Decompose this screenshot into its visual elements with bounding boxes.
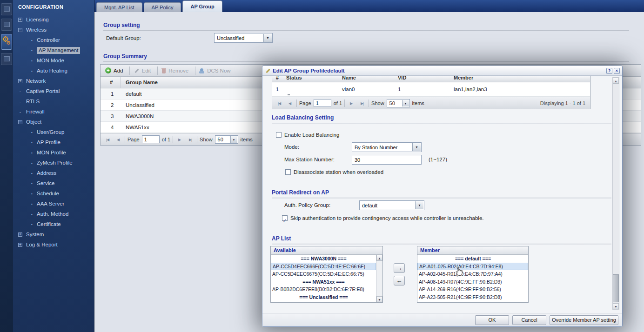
sidebar-item-service[interactable]: Service xyxy=(13,178,94,188)
sidebar-item-network[interactable]: Network xyxy=(13,76,94,86)
sidebar-item-user-group[interactable]: User/Group xyxy=(13,127,94,137)
remove-button[interactable]: Remove xyxy=(160,66,193,76)
dashboard-icon[interactable] xyxy=(1,3,12,15)
ap-list-item[interactable]: AP-CC5D4EEC666F(CC:5D:4E:EC:66:6F) xyxy=(271,263,376,271)
sidebar-item-system[interactable]: System xyxy=(13,229,94,239)
items-label: items xyxy=(412,100,424,106)
tab-ap-policy[interactable]: AP Policy xyxy=(144,2,181,12)
chevron-down-icon[interactable] xyxy=(415,201,423,209)
last-page-icon[interactable] xyxy=(186,135,195,143)
scroll-down-icon[interactable] xyxy=(613,303,619,309)
cancel-button[interactable]: Cancel xyxy=(512,315,546,325)
expand-icon[interactable] xyxy=(18,232,22,237)
collapse-icon[interactable] xyxy=(18,120,22,124)
sidebar-item-zymesh-profile[interactable]: ZyMesh Profile xyxy=(13,158,94,168)
default-group-value: Unclassified xyxy=(217,35,244,41)
first-page-icon[interactable] xyxy=(103,135,112,143)
chevron-down-icon[interactable] xyxy=(402,100,409,106)
sidebar-item-ap-profile[interactable]: AP Profile xyxy=(13,137,94,147)
move-left-button[interactable] xyxy=(394,276,405,286)
add-button[interactable]: Add xyxy=(103,66,127,76)
scrollbar[interactable] xyxy=(376,255,382,302)
ap-list-item[interactable]: AP-B0B2DC6E7EE8(B0:B2:DC:6E:7E:E8) xyxy=(271,286,376,293)
sidebar-item-mon-profile[interactable]: MON Profile xyxy=(13,147,94,158)
ap-list-item[interactable]: AP-CC5D4EEC6675(CC:5D:4E:EC:66:75) xyxy=(271,270,376,278)
auth-policy-group-select[interactable]: default xyxy=(359,200,424,210)
page-size-select[interactable]: 50 xyxy=(215,135,238,144)
column-vid[interactable]: VID xyxy=(398,76,450,80)
mode-select[interactable]: By Station Number xyxy=(352,142,422,152)
next-page-icon[interactable] xyxy=(347,99,356,107)
sidebar-item-certificate[interactable]: Certificate xyxy=(13,219,94,229)
default-group-label: Default Group: xyxy=(106,35,141,41)
dcs-now-button[interactable]: DCS Now xyxy=(197,66,235,76)
collapse-icon[interactable] xyxy=(18,28,22,32)
column-number[interactable]: # xyxy=(272,76,282,80)
sidebar-item-firewall[interactable]: Firewall xyxy=(13,106,94,117)
dialog-title-bar[interactable]: Edit AP Group Profiledefault ? × xyxy=(262,66,622,76)
ap-list-item[interactable]: AP-A02-045-R01(A0:E4:CB:7D:97:A4) xyxy=(417,270,528,278)
skip-authentication-checkbox[interactable] xyxy=(282,215,288,221)
enable-load-balancing-checkbox[interactable] xyxy=(276,132,282,138)
override-member-ap-setting-button[interactable]: Override Member AP setting xyxy=(550,315,618,325)
sidebar-item-wireless[interactable]: Wireless xyxy=(13,25,94,35)
tab-mgnt-ap-list[interactable]: Mgnt. AP List xyxy=(96,2,142,12)
last-page-icon[interactable] xyxy=(358,99,366,107)
page-input[interactable] xyxy=(142,135,160,143)
scroll-up-icon[interactable] xyxy=(613,78,619,84)
max-station-input[interactable] xyxy=(352,155,422,165)
expand-icon[interactable] xyxy=(18,243,22,247)
chevron-down-icon[interactable] xyxy=(230,136,237,143)
maintenance-icon[interactable] xyxy=(1,53,12,65)
chevron-down-icon[interactable] xyxy=(263,34,272,42)
column-name[interactable]: Name xyxy=(342,76,394,80)
vlan-table-row[interactable]: 1 vlan0 1 lan1,lan2,lan3 xyxy=(272,82,590,97)
ap-list-item[interactable]: AP-A08-149-R07(4C:9E:FF:90:B2:D3) xyxy=(417,278,528,286)
ap-list-item[interactable]: AP-A23-505-R21(4C:9E:FF:90:B2:D8) xyxy=(417,293,528,301)
close-icon[interactable]: × xyxy=(614,68,620,74)
scroll-up-icon[interactable] xyxy=(376,255,382,261)
chevron-down-icon[interactable] xyxy=(412,143,421,151)
ap-list-item[interactable]: AP-A01-025-R02(A0:E4:CB:7D:94:E8) xyxy=(417,263,528,271)
sidebar-item-auto-healing[interactable]: Auto Healing xyxy=(13,66,94,76)
monitor-icon[interactable] xyxy=(1,19,12,31)
sidebar-item-log-report[interactable]: Log & Report xyxy=(13,239,94,250)
page-input[interactable] xyxy=(314,99,331,107)
first-page-icon[interactable] xyxy=(275,99,283,107)
sidebar-item-captive-portal[interactable]: Captive Portal xyxy=(13,86,94,96)
expand-icon[interactable] xyxy=(18,79,22,83)
tab-ap-group[interactable]: AP Group xyxy=(182,0,222,12)
prev-page-icon[interactable] xyxy=(286,99,294,107)
sidebar-item-licensing[interactable]: Licensing xyxy=(13,14,94,25)
sidebar-item-mon-mode[interactable]: MON Mode xyxy=(13,55,94,66)
prev-page-icon[interactable] xyxy=(114,135,122,143)
sidebar-item-rtls[interactable]: RTLS xyxy=(13,96,94,106)
divider xyxy=(272,198,611,199)
scrollbar-thumb[interactable] xyxy=(613,274,619,302)
default-group-select[interactable]: Unclassified xyxy=(214,33,273,43)
disassociate-checkbox[interactable] xyxy=(285,169,291,175)
move-right-button[interactable] xyxy=(394,263,405,273)
expand-icon[interactable] xyxy=(18,18,22,22)
sidebar-item-address[interactable]: Address xyxy=(13,168,94,178)
column-number[interactable]: # xyxy=(101,77,121,88)
ok-button[interactable]: OK xyxy=(475,315,509,325)
sidebar-item-controller[interactable]: Controller xyxy=(13,35,94,45)
sidebar-item-schedule[interactable]: Schedule xyxy=(13,188,94,199)
sidebar-item-ap-management[interactable]: AP Management xyxy=(13,45,94,55)
column-status[interactable]: Status xyxy=(286,76,338,80)
page-size-select[interactable]: 50 xyxy=(387,99,410,107)
divider xyxy=(369,100,369,107)
bullet-icon xyxy=(30,222,34,226)
ap-list-item[interactable]: AP-A14-269-R16(4C:9E:FF:90:B2:56) xyxy=(417,286,528,293)
edit-button[interactable]: Edit xyxy=(132,66,155,76)
configuration-gears-icon[interactable]: ⚙ ⚙ xyxy=(1,34,12,50)
sidebar-item-aaa-server[interactable]: AAA Server xyxy=(13,199,94,209)
sidebar-item-auth-method[interactable]: Auth. Method xyxy=(13,209,94,219)
help-icon[interactable]: ? xyxy=(606,68,612,74)
column-member[interactable]: Member xyxy=(454,76,590,80)
dialog-scrollbar[interactable] xyxy=(612,77,619,310)
scroll-down-icon[interactable] xyxy=(376,296,382,302)
next-page-icon[interactable] xyxy=(175,135,184,143)
sidebar-item-object[interactable]: Object xyxy=(13,117,94,127)
